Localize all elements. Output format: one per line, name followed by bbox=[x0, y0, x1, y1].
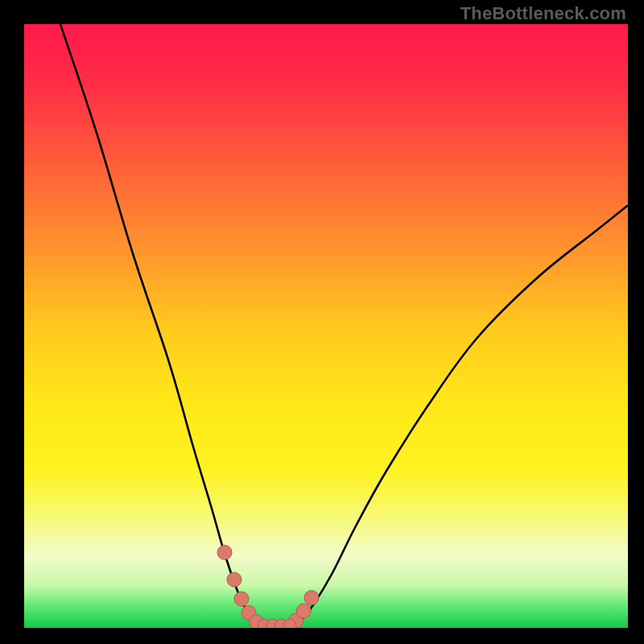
plot-area bbox=[24, 24, 628, 628]
data-marker bbox=[296, 604, 311, 618]
gradient-background bbox=[24, 24, 628, 628]
data-marker bbox=[304, 591, 319, 605]
data-marker bbox=[234, 592, 249, 606]
chart-svg bbox=[24, 24, 628, 628]
watermark-text: TheBottleneck.com bbox=[460, 3, 626, 24]
chart-frame: TheBottleneck.com bbox=[0, 0, 644, 644]
data-marker bbox=[227, 572, 242, 587]
data-marker bbox=[217, 545, 232, 559]
data-marker bbox=[283, 619, 296, 628]
